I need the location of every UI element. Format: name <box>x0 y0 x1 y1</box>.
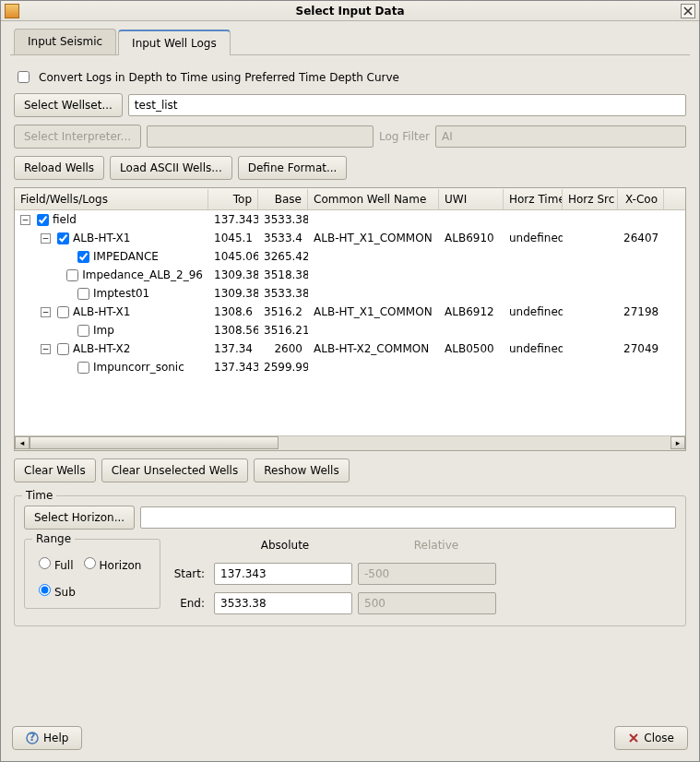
tree-checkbox[interactable] <box>77 325 89 337</box>
tree-cell: 1308.56 <box>208 324 258 337</box>
time-fieldset: Time Select Horizon... Range Full Horizo… <box>14 495 686 626</box>
tree-item-label: ALB-HT-X1 <box>73 305 130 318</box>
tree-item-label: ALB-HT-X1 <box>73 232 130 244</box>
tree-item-label: Impedance_ALB_2_96 <box>82 268 203 281</box>
tree-cell: 26407 <box>618 232 664 244</box>
reload-wells-button[interactable]: Reload Wells <box>14 156 104 180</box>
absolute-label: Absolute <box>212 539 358 552</box>
close-button[interactable]: Close <box>614 726 688 750</box>
start-label: Start: <box>173 567 205 580</box>
window-title: Select Input Data <box>1 5 699 18</box>
radio-sub[interactable] <box>39 584 51 596</box>
tree-header: Field/Wells/Logs Top Base Common Well Na… <box>15 188 685 210</box>
radio-full[interactable] <box>39 557 51 569</box>
tree-checkbox[interactable] <box>77 288 89 300</box>
tree-row[interactable]: Impedance_ALB_2_961309.383518.38 <box>15 266 685 284</box>
tree-cell: 2599.99 <box>258 361 308 374</box>
tree-checkbox[interactable] <box>77 251 89 263</box>
tree-row[interactable]: IMPEDANCE1045.063265.42 <box>15 247 685 266</box>
tree-row[interactable]: −ALB-HT-X11308.63516.2ALB-HT_X1_COMMONAL… <box>15 303 685 321</box>
col-horz-time[interactable]: Horz Time <box>504 189 563 209</box>
tree-cell: undefined <box>504 342 563 355</box>
tree-item-label: field <box>53 213 77 226</box>
tree-cell: 3516.21 <box>258 324 308 337</box>
tree-checkbox[interactable] <box>66 269 78 281</box>
tree-checkbox[interactable] <box>57 343 69 355</box>
wellset-input[interactable] <box>128 94 686 116</box>
load-ascii-wells-button[interactable]: Load ASCII Wells... <box>110 156 232 180</box>
tree-cell: 1045.06 <box>208 250 258 263</box>
radio-horizon[interactable] <box>84 557 96 569</box>
scroll-right-icon[interactable]: ▸ <box>670 436 685 449</box>
help-icon: ? <box>26 732 39 744</box>
tree-item-label: ALB-HT-X2 <box>73 342 130 355</box>
tree-cell: 137.34 <box>208 342 258 355</box>
expand-toggle-icon[interactable]: − <box>41 307 51 317</box>
tree-cell: 3265.42 <box>258 250 308 263</box>
tree-cell: undefined <box>504 305 563 318</box>
define-format-button[interactable]: Define Format... <box>238 156 348 180</box>
help-button[interactable]: ? Help <box>12 726 82 750</box>
tree-cell: 3518.38 <box>258 268 308 281</box>
col-horz-src[interactable]: Horz Src <box>563 189 618 209</box>
tree-checkbox[interactable] <box>77 362 89 374</box>
col-x-coord[interactable]: X-Coo <box>618 189 664 209</box>
tree-cell: 137.343 <box>208 213 258 226</box>
tree-cell: 1045.1 <box>208 232 258 244</box>
tree-row[interactable]: Imptest011309.383533.38 <box>15 284 685 303</box>
tab-bar: Input Seismic Input Well Logs <box>10 29 690 55</box>
radio-sub-label[interactable]: Sub <box>34 586 76 599</box>
expand-toggle-icon[interactable]: − <box>20 215 30 225</box>
clear-wells-button[interactable]: Clear Wells <box>14 458 96 482</box>
tree-cell: undefined <box>504 232 563 244</box>
select-horizon-button[interactable]: Select Horizon... <box>24 506 135 530</box>
col-common-well-name[interactable]: Common Well Name <box>308 189 439 209</box>
tree-row[interactable]: Impuncorr_sonic137.3432599.99 <box>15 358 685 376</box>
scroll-left-icon[interactable]: ◂ <box>15 436 30 449</box>
tree-checkbox[interactable] <box>57 232 69 244</box>
tree-h-scrollbar[interactable]: ◂ ▸ <box>15 435 685 450</box>
col-base[interactable]: Base <box>258 189 308 209</box>
time-legend: Time <box>22 489 56 502</box>
convert-logs-checkbox[interactable] <box>18 71 30 83</box>
tree-cell: 3533.38 <box>258 213 308 226</box>
wells-tree[interactable]: Field/Wells/Logs Top Base Common Well Na… <box>14 187 686 451</box>
tab-input-seismic[interactable]: Input Seismic <box>14 29 116 54</box>
expand-toggle-icon[interactable]: − <box>41 233 51 244</box>
svg-text:?: ? <box>30 732 36 744</box>
clear-unselected-wells-button[interactable]: Clear Unselected Wells <box>101 458 249 482</box>
scrollbar-thumb[interactable] <box>30 436 279 449</box>
log-filter-input <box>435 125 686 148</box>
start-relative-input <box>358 563 496 585</box>
tab-input-well-logs[interactable]: Input Well Logs <box>118 30 231 55</box>
tree-checkbox[interactable] <box>57 306 69 318</box>
expand-toggle-icon[interactable]: − <box>41 344 51 354</box>
reshow-wells-button[interactable]: Reshow Wells <box>254 458 349 482</box>
col-uwi[interactable]: UWI <box>439 189 504 209</box>
tree-cell: ALB6912 <box>439 305 504 318</box>
range-legend: Range <box>32 532 75 545</box>
tree-row[interactable]: −ALB-HT-X2137.342600ALB-HT-X2_COMMONALB0… <box>15 339 685 358</box>
col-top[interactable]: Top <box>208 189 258 209</box>
interpreter-input <box>147 125 374 148</box>
tree-cell: 1309.38 <box>208 268 258 281</box>
col-field-wells-logs[interactable]: Field/Wells/Logs <box>15 189 208 209</box>
select-wellset-button[interactable]: Select Wellset... <box>14 93 123 117</box>
tree-item-label: Imp <box>93 324 114 337</box>
end-absolute-input[interactable] <box>214 592 352 614</box>
tree-row[interactable]: −ALB-HT-X11045.13533.4ALB-HT_X1_COMMONAL… <box>15 229 685 247</box>
close-x-icon <box>628 732 639 744</box>
tree-row[interactable]: Imp1308.563516.21 <box>15 321 685 339</box>
tree-cell: ALB6910 <box>439 232 504 244</box>
start-absolute-input[interactable] <box>214 563 352 585</box>
tree-cell: 27049 <box>618 342 664 355</box>
tree-row[interactable]: −field137.3433533.38 <box>15 210 685 229</box>
radio-full-label[interactable]: Full <box>34 554 74 572</box>
tree-cell: 137.343 <box>208 361 258 374</box>
tree-cell: ALB-HT_X1_COMMON <box>308 305 439 318</box>
horizon-input[interactable] <box>140 506 676 529</box>
convert-logs-label: Convert Logs in Depth to Time using Pref… <box>39 71 399 84</box>
tree-checkbox[interactable] <box>37 214 49 226</box>
log-filter-label: Log Filter <box>379 130 430 143</box>
radio-horizon-label[interactable]: Horizon <box>79 554 142 572</box>
